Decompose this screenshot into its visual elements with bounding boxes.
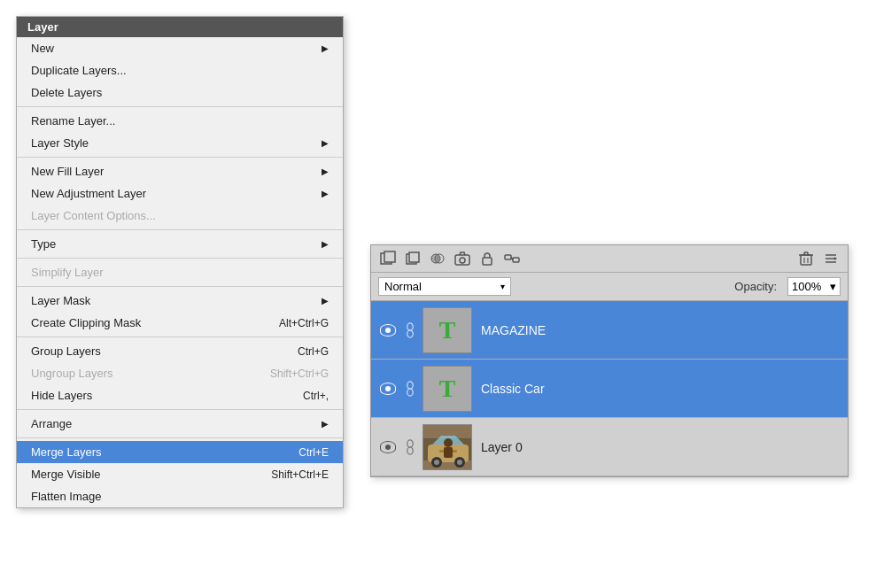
svg-point-37 bbox=[457, 460, 462, 465]
svg-point-40 bbox=[444, 438, 453, 447]
layer-thumb-magazine: T bbox=[422, 307, 472, 353]
toolbar-left bbox=[378, 250, 522, 267]
menu-item-merge-layers[interactable]: Merge Layers Ctrl+E bbox=[17, 441, 343, 463]
svg-marker-22 bbox=[834, 257, 837, 260]
menu-item-rename[interactable]: Rename Layer... bbox=[17, 110, 343, 132]
menu-item-content-options: Layer Content Options... bbox=[17, 205, 343, 227]
menu-item-duplicate[interactable]: Duplicate Layers... bbox=[17, 59, 343, 81]
layer-name-magazine: MAGAZINE bbox=[481, 323, 546, 337]
svg-rect-1 bbox=[384, 251, 395, 262]
camera-icon[interactable] bbox=[453, 250, 472, 267]
menu-item-ungroup: Ungroup Layers Shift+Ctrl+G bbox=[17, 362, 343, 384]
svg-point-28 bbox=[407, 439, 414, 446]
svg-rect-12 bbox=[801, 255, 811, 265]
visibility-toggle-layer0[interactable] bbox=[378, 441, 398, 453]
menu-item-simplify: Simplify Layer bbox=[17, 261, 343, 283]
menu-item-layer-style[interactable]: Layer Style ▶ bbox=[17, 132, 343, 154]
svg-point-24 bbox=[407, 330, 414, 337]
svg-rect-10 bbox=[513, 258, 519, 262]
visibility-toggle-magazine[interactable] bbox=[378, 324, 398, 337]
new-layer-icon[interactable] bbox=[378, 250, 398, 267]
panel-menu-icon[interactable] bbox=[821, 250, 841, 267]
layers-toolbar bbox=[371, 245, 848, 273]
menu-item-new-adjustment[interactable]: New Adjustment Layer ▶ bbox=[17, 182, 343, 205]
layer-row-layer0[interactable]: Layer 0 bbox=[371, 418, 848, 476]
chain-icon-magazine bbox=[403, 322, 417, 338]
layer-menu: Layer New ▶ Duplicate Layers... Delete L… bbox=[16, 16, 344, 508]
menu-item-delete[interactable]: Delete Layers bbox=[17, 81, 343, 104]
duplicate-layer-icon[interactable] bbox=[403, 250, 422, 267]
blend-opacity-row: Normal ▾ Opacity: 100% ▾ bbox=[371, 273, 848, 301]
chain-icon-classic-car bbox=[403, 381, 417, 397]
layer-row-magazine[interactable]: T MAGAZINE bbox=[371, 301, 848, 360]
layer-row-classic-car[interactable]: T Classic Car bbox=[371, 360, 848, 418]
svg-point-27 bbox=[407, 389, 414, 396]
menu-item-type[interactable]: Type ▶ bbox=[17, 233, 343, 255]
opacity-label: Opacity: bbox=[734, 280, 777, 293]
layer-name-classic-car: Classic Car bbox=[481, 382, 545, 396]
layer-thumb-classic-car: T bbox=[422, 366, 472, 412]
menu-item-flatten[interactable]: Flatten Image bbox=[17, 485, 343, 507]
visibility-toggle-classic-car[interactable] bbox=[378, 383, 398, 395]
layer-thumb-layer0 bbox=[422, 424, 472, 470]
eye-icon-magazine bbox=[380, 324, 396, 337]
toolbar-right bbox=[796, 250, 841, 267]
menu-item-layer-mask[interactable]: Layer Mask ▶ bbox=[17, 290, 343, 312]
svg-rect-3 bbox=[409, 252, 419, 262]
lock-icon[interactable] bbox=[477, 250, 497, 267]
delete-layer-icon[interactable] bbox=[796, 250, 816, 267]
svg-point-26 bbox=[407, 381, 414, 388]
blend-mode-select[interactable]: Normal ▾ bbox=[378, 277, 511, 296]
menu-item-hide[interactable]: Hide Layers Ctrl+, bbox=[17, 384, 343, 406]
layer-name-layer0: Layer 0 bbox=[481, 440, 523, 454]
layers-list: T MAGAZINE T Classic Car bbox=[371, 301, 848, 476]
menu-item-new-fill[interactable]: New Fill Layer ▶ bbox=[17, 160, 343, 182]
svg-point-23 bbox=[407, 322, 414, 329]
svg-rect-8 bbox=[483, 258, 492, 265]
menu-item-clipping-mask[interactable]: Create Clipping Mask Alt+Ctrl+G bbox=[17, 312, 343, 334]
blend-mode-icon[interactable] bbox=[428, 250, 447, 267]
menu-item-merge-visible[interactable]: Merge Visible Shift+Ctrl+E bbox=[17, 463, 343, 485]
svg-point-7 bbox=[460, 258, 465, 263]
svg-point-35 bbox=[434, 460, 439, 465]
svg-rect-9 bbox=[505, 255, 511, 259]
chain-icon-layer0 bbox=[403, 439, 417, 455]
menu-header: Layer bbox=[17, 17, 343, 37]
eye-icon-layer0 bbox=[380, 441, 396, 453]
svg-point-29 bbox=[407, 447, 414, 454]
menu-item-new[interactable]: New ▶ bbox=[17, 37, 343, 59]
svg-rect-41 bbox=[444, 447, 453, 458]
link-icon[interactable] bbox=[502, 250, 522, 267]
menu-item-group[interactable]: Group Layers Ctrl+G bbox=[17, 340, 343, 362]
menu-item-arrange[interactable]: Arrange ▶ bbox=[17, 413, 343, 435]
eye-icon-classic-car bbox=[380, 383, 396, 395]
opacity-input[interactable]: 100% ▾ bbox=[787, 277, 841, 296]
layers-panel: Normal ▾ Opacity: 100% ▾ T bbox=[370, 244, 849, 477]
